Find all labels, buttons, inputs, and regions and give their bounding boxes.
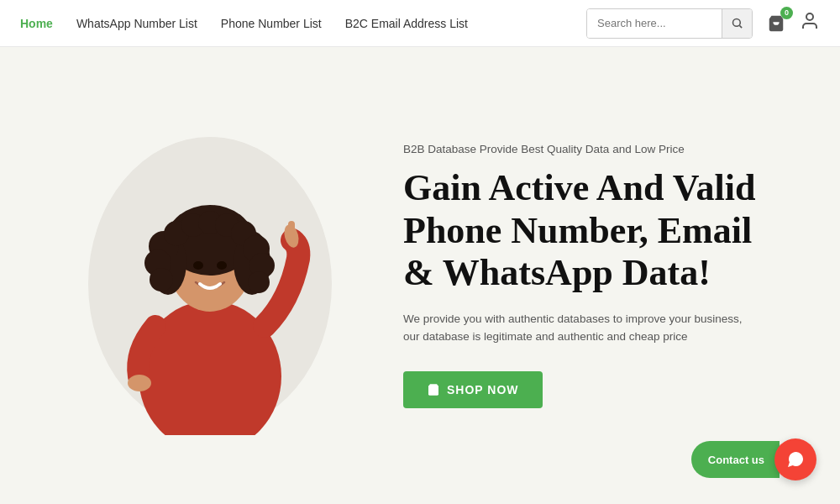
svg-point-25 xyxy=(128,375,151,391)
hero-image xyxy=(84,116,336,435)
hero-title: Gain Active And Valid Phone Number, Emai… xyxy=(403,167,790,295)
svg-point-22 xyxy=(217,261,227,270)
svg-line-1 xyxy=(739,25,742,28)
cart-button[interactable]: 0 xyxy=(763,10,790,37)
search-box xyxy=(586,8,753,39)
hero-subtitle: B2B Database Provide Best Quality Data a… xyxy=(403,143,790,155)
nav-email[interactable]: B2C Email Address List xyxy=(345,17,468,30)
search-input[interactable] xyxy=(587,9,722,38)
hero-section: B2B Database Provide Best Quality Data a… xyxy=(0,47,840,504)
hero-description: We provide you with authentic databases … xyxy=(403,310,756,346)
nav-home[interactable]: Home xyxy=(20,17,53,30)
hero-content: B2B Database Provide Best Quality Data a… xyxy=(403,143,790,408)
search-button[interactable] xyxy=(722,9,752,38)
contact-us-button[interactable]: Contact us xyxy=(691,441,780,478)
svg-point-20 xyxy=(248,271,270,293)
user-icon[interactable] xyxy=(800,11,820,36)
svg-point-21 xyxy=(193,261,203,270)
contact-wrap: Contact us xyxy=(691,438,816,480)
search-icon xyxy=(731,17,743,29)
svg-rect-24 xyxy=(288,221,295,239)
shop-now-label: SHOP NOW xyxy=(447,383,519,396)
nav-actions: 0 xyxy=(586,8,820,39)
hero-image-wrap xyxy=(67,116,353,435)
chat-icon xyxy=(785,449,806,470)
nav-whatsapp[interactable]: WhatsApp Number List xyxy=(76,17,197,30)
nav-links: Home WhatsApp Number List Phone Number L… xyxy=(20,17,468,30)
svg-point-19 xyxy=(150,268,173,291)
cart-badge: 0 xyxy=(780,7,793,19)
cart-shop-icon xyxy=(427,383,440,396)
shop-now-button[interactable]: SHOP NOW xyxy=(403,371,543,408)
contact-chat-button[interactable] xyxy=(774,438,816,480)
svg-point-2 xyxy=(806,13,813,20)
svg-point-0 xyxy=(733,19,741,27)
navbar: Home WhatsApp Number List Phone Number L… xyxy=(0,0,840,47)
nav-phone[interactable]: Phone Number List xyxy=(221,17,322,30)
